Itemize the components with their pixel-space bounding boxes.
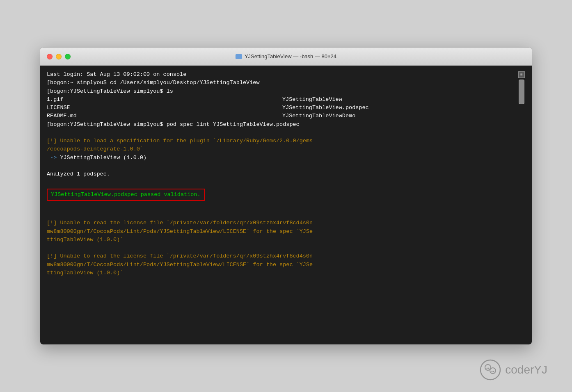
scroll-up-button[interactable]: ≡ [518,71,525,78]
terminal-icon [236,54,242,59]
title-bar: YJSettingTableView — -bash — 80×24 [40,48,532,66]
svg-point-5 [492,371,493,372]
terminal-content: Last login: Sat Aug 13 09:02:00 on conso… [47,71,518,340]
svg-point-6 [493,371,494,372]
terminal-line: [bogon:YJSettingTableView simplyou$ ls [47,87,518,96]
scrollbar-thumb[interactable] [519,80,524,104]
minimize-button[interactable] [56,54,62,59]
svg-point-3 [487,368,488,369]
terminal-line [47,178,518,187]
svg-point-4 [488,368,490,369]
terminal-line: mw8m80000gn/T/CocoaPods/Lint/Pods/YJSett… [47,261,518,269]
svg-point-2 [490,368,496,374]
watermark-text: coderYJ [505,363,547,376]
terminal-line: [!] Unable to load a specification for t… [47,137,518,145]
terminal-line: [!] Unable to read the license file `/pr… [47,252,518,260]
watermark: coderYJ [480,359,547,381]
terminal-line: ttingTableView (1.0.0)` [47,269,518,277]
terminal-line [47,211,518,219]
screenshot-wrapper: YJSettingTableView — -bash — 80×24 Last … [0,0,572,392]
terminal-line: README.md YJSettingTableViewDemo [47,112,518,120]
watermark-icon [480,359,501,381]
scrollbar[interactable]: ≡ [518,71,525,340]
validation-line: YJSettingTableView.podspec passed valida… [47,187,518,203]
terminal-window: YJSettingTableView — -bash — 80×24 Last … [40,47,532,345]
terminal-line: [!] Unable to read the license file `/pr… [47,219,518,227]
traffic-lights [47,54,71,59]
window-title: YJSettingTableView — -bash — 80×24 [236,53,336,59]
terminal-line: mw8m80000gn/T/CocoaPods/Lint/Pods/YJSett… [47,228,518,236]
terminal-line: [bogon:~ simplyou$ cd /Users/simplyou/De… [47,79,518,87]
close-button[interactable] [47,54,53,59]
validation-box: YJSettingTableView.podspec passed valida… [47,189,205,201]
maximize-button[interactable] [65,54,71,59]
terminal-line: ttingTableView (1.0.0)` [47,236,518,244]
terminal-line [47,244,518,252]
terminal-line: 1.gif YJSettingTableView [47,96,518,104]
terminal-line: Analyzed 1 podspec. [47,170,518,178]
terminal-line: Last login: Sat Aug 13 09:02:00 on conso… [47,71,518,79]
terminal-line: LICENSE YJSettingTableView.podspec [47,104,518,112]
terminal-line: [bogon:YJSettingTableView simplyou$ pod … [47,121,518,129]
terminal-line: /cocoapods-deintegrate-1.0.0` [47,145,518,153]
terminal-line [47,162,518,170]
terminal-line [47,203,518,211]
terminal-line: -> YJSettingTableView (1.0.0) [47,154,518,162]
terminal-line [47,129,518,137]
terminal-body: Last login: Sat Aug 13 09:02:00 on conso… [40,66,532,344]
